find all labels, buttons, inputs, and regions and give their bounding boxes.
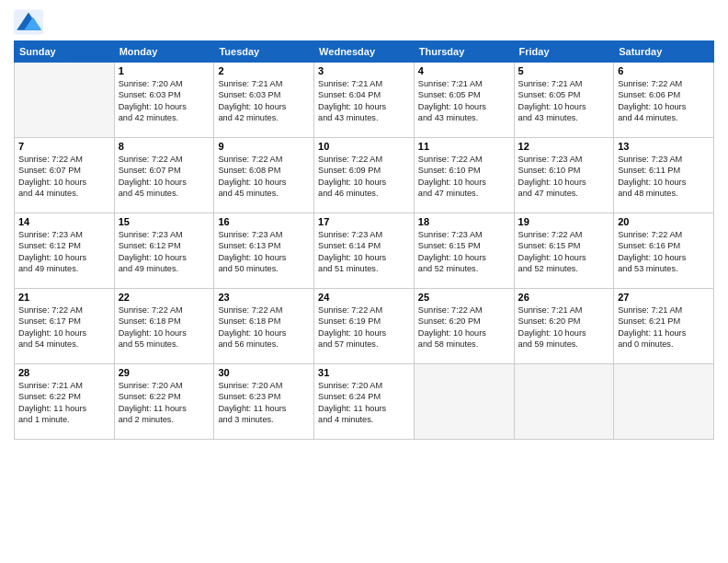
day-info: Sunrise: 7:22 AM Sunset: 6:06 PM Dayligh… [618, 78, 710, 124]
weekday-header-monday: Monday [114, 41, 214, 63]
day-info: Sunrise: 7:22 AM Sunset: 6:15 PM Dayligh… [518, 229, 610, 275]
week-row-1: 1Sunrise: 7:20 AM Sunset: 6:03 PM Daylig… [15, 63, 714, 138]
day-cell: 27Sunrise: 7:21 AM Sunset: 6:21 PM Dayli… [614, 289, 714, 364]
day-info: Sunrise: 7:21 AM Sunset: 6:22 PM Dayligh… [18, 380, 110, 426]
day-cell: 19Sunrise: 7:22 AM Sunset: 6:15 PM Dayli… [514, 213, 614, 289]
day-number: 28 [18, 367, 110, 378]
day-cell: 20Sunrise: 7:22 AM Sunset: 6:16 PM Dayli… [614, 213, 714, 289]
day-cell [414, 364, 514, 440]
day-number: 10 [318, 141, 410, 152]
weekday-header-thursday: Thursday [414, 41, 514, 63]
day-number: 3 [318, 65, 410, 76]
day-info: Sunrise: 7:22 AM Sunset: 6:20 PM Dayligh… [418, 304, 510, 350]
day-number: 21 [18, 292, 110, 303]
day-info: Sunrise: 7:23 AM Sunset: 6:11 PM Dayligh… [618, 154, 710, 200]
day-cell: 13Sunrise: 7:23 AM Sunset: 6:11 PM Dayli… [614, 138, 714, 213]
day-number: 29 [119, 367, 210, 378]
day-cell: 7Sunrise: 7:22 AM Sunset: 6:07 PM Daylig… [15, 138, 115, 213]
day-info: Sunrise: 7:21 AM Sunset: 6:05 PM Dayligh… [418, 78, 510, 124]
day-cell: 2Sunrise: 7:21 AM Sunset: 6:03 PM Daylig… [214, 63, 314, 138]
logo-icon [14, 9, 43, 35]
day-cell: 4Sunrise: 7:21 AM Sunset: 6:05 PM Daylig… [414, 63, 514, 138]
day-info: Sunrise: 7:22 AM Sunset: 6:09 PM Dayligh… [318, 154, 410, 200]
day-cell: 21Sunrise: 7:22 AM Sunset: 6:17 PM Dayli… [15, 289, 115, 364]
week-row-5: 28Sunrise: 7:21 AM Sunset: 6:22 PM Dayli… [15, 364, 714, 440]
day-cell: 9Sunrise: 7:22 AM Sunset: 6:08 PM Daylig… [214, 138, 314, 213]
day-info: Sunrise: 7:22 AM Sunset: 6:07 PM Dayligh… [18, 154, 110, 200]
day-number: 20 [618, 216, 710, 227]
day-info: Sunrise: 7:23 AM Sunset: 6:13 PM Dayligh… [218, 229, 310, 275]
day-info: Sunrise: 7:20 AM Sunset: 6:03 PM Dayligh… [119, 78, 210, 124]
day-info: Sunrise: 7:22 AM Sunset: 6:08 PM Dayligh… [218, 154, 310, 200]
day-number: 30 [218, 367, 310, 378]
day-info: Sunrise: 7:22 AM Sunset: 6:16 PM Dayligh… [618, 229, 710, 275]
day-cell: 5Sunrise: 7:21 AM Sunset: 6:05 PM Daylig… [514, 63, 614, 138]
day-number: 18 [418, 216, 510, 227]
day-cell: 12Sunrise: 7:23 AM Sunset: 6:10 PM Dayli… [514, 138, 614, 213]
day-number: 17 [318, 216, 410, 227]
day-cell: 1Sunrise: 7:20 AM Sunset: 6:03 PM Daylig… [114, 63, 214, 138]
day-cell: 15Sunrise: 7:23 AM Sunset: 6:12 PM Dayli… [114, 213, 214, 289]
day-cell: 23Sunrise: 7:22 AM Sunset: 6:18 PM Dayli… [214, 289, 314, 364]
day-number: 9 [218, 141, 310, 152]
day-number: 11 [418, 141, 510, 152]
day-cell: 8Sunrise: 7:22 AM Sunset: 6:07 PM Daylig… [114, 138, 214, 213]
day-cell: 25Sunrise: 7:22 AM Sunset: 6:20 PM Dayli… [414, 289, 514, 364]
day-cell: 10Sunrise: 7:22 AM Sunset: 6:09 PM Dayli… [314, 138, 415, 213]
day-cell: 31Sunrise: 7:20 AM Sunset: 6:24 PM Dayli… [314, 364, 415, 440]
week-row-2: 7Sunrise: 7:22 AM Sunset: 6:07 PM Daylig… [15, 138, 714, 213]
day-cell: 24Sunrise: 7:22 AM Sunset: 6:19 PM Dayli… [314, 289, 415, 364]
day-number: 6 [618, 65, 710, 76]
day-cell: 3Sunrise: 7:21 AM Sunset: 6:04 PM Daylig… [314, 63, 415, 138]
day-cell: 14Sunrise: 7:23 AM Sunset: 6:12 PM Dayli… [15, 213, 115, 289]
day-number: 27 [618, 292, 710, 303]
day-info: Sunrise: 7:21 AM Sunset: 6:03 PM Dayligh… [218, 78, 310, 124]
day-cell: 29Sunrise: 7:20 AM Sunset: 6:22 PM Dayli… [114, 364, 214, 440]
weekday-header-saturday: Saturday [614, 41, 714, 63]
day-cell: 18Sunrise: 7:23 AM Sunset: 6:15 PM Dayli… [414, 213, 514, 289]
weekday-header-tuesday: Tuesday [214, 41, 314, 63]
day-number: 1 [119, 65, 210, 76]
week-row-3: 14Sunrise: 7:23 AM Sunset: 6:12 PM Dayli… [15, 213, 714, 289]
weekday-header-wednesday: Wednesday [314, 41, 415, 63]
day-info: Sunrise: 7:21 AM Sunset: 6:04 PM Dayligh… [318, 78, 410, 124]
day-info: Sunrise: 7:22 AM Sunset: 6:19 PM Dayligh… [318, 304, 410, 350]
day-number: 12 [518, 141, 610, 152]
day-info: Sunrise: 7:22 AM Sunset: 6:10 PM Dayligh… [418, 154, 510, 200]
day-cell: 6Sunrise: 7:22 AM Sunset: 6:06 PM Daylig… [614, 63, 714, 138]
day-number: 26 [518, 292, 610, 303]
day-info: Sunrise: 7:21 AM Sunset: 6:05 PM Dayligh… [518, 78, 610, 124]
day-number: 24 [318, 292, 410, 303]
day-info: Sunrise: 7:22 AM Sunset: 6:18 PM Dayligh… [119, 304, 210, 350]
day-number: 19 [518, 216, 610, 227]
day-info: Sunrise: 7:22 AM Sunset: 6:17 PM Dayligh… [18, 304, 110, 350]
day-number: 16 [218, 216, 310, 227]
day-cell: 26Sunrise: 7:21 AM Sunset: 6:20 PM Dayli… [514, 289, 614, 364]
day-cell: 22Sunrise: 7:22 AM Sunset: 6:18 PM Dayli… [114, 289, 214, 364]
day-number: 25 [418, 292, 510, 303]
weekday-header-sunday: Sunday [15, 41, 115, 63]
day-info: Sunrise: 7:22 AM Sunset: 6:18 PM Dayligh… [218, 304, 310, 350]
logo [14, 9, 47, 35]
day-cell: 17Sunrise: 7:23 AM Sunset: 6:14 PM Dayli… [314, 213, 415, 289]
day-info: Sunrise: 7:23 AM Sunset: 6:10 PM Dayligh… [518, 154, 610, 200]
day-number: 5 [518, 65, 610, 76]
header [14, 9, 714, 35]
day-number: 22 [119, 292, 210, 303]
day-info: Sunrise: 7:23 AM Sunset: 6:15 PM Dayligh… [418, 229, 510, 275]
week-row-4: 21Sunrise: 7:22 AM Sunset: 6:17 PM Dayli… [15, 289, 714, 364]
day-number: 2 [218, 65, 310, 76]
calendar-table: SundayMondayTuesdayWednesdayThursdayFrid… [14, 40, 714, 440]
day-cell [514, 364, 614, 440]
day-info: Sunrise: 7:23 AM Sunset: 6:12 PM Dayligh… [18, 229, 110, 275]
day-number: 23 [218, 292, 310, 303]
day-info: Sunrise: 7:23 AM Sunset: 6:12 PM Dayligh… [119, 229, 210, 275]
day-info: Sunrise: 7:20 AM Sunset: 6:23 PM Dayligh… [218, 380, 310, 426]
day-info: Sunrise: 7:21 AM Sunset: 6:20 PM Dayligh… [518, 304, 610, 350]
weekday-header-friday: Friday [514, 41, 614, 63]
day-number: 4 [418, 65, 510, 76]
day-info: Sunrise: 7:21 AM Sunset: 6:21 PM Dayligh… [618, 304, 710, 350]
day-cell: 16Sunrise: 7:23 AM Sunset: 6:13 PM Dayli… [214, 213, 314, 289]
day-number: 8 [119, 141, 210, 152]
day-number: 14 [18, 216, 110, 227]
